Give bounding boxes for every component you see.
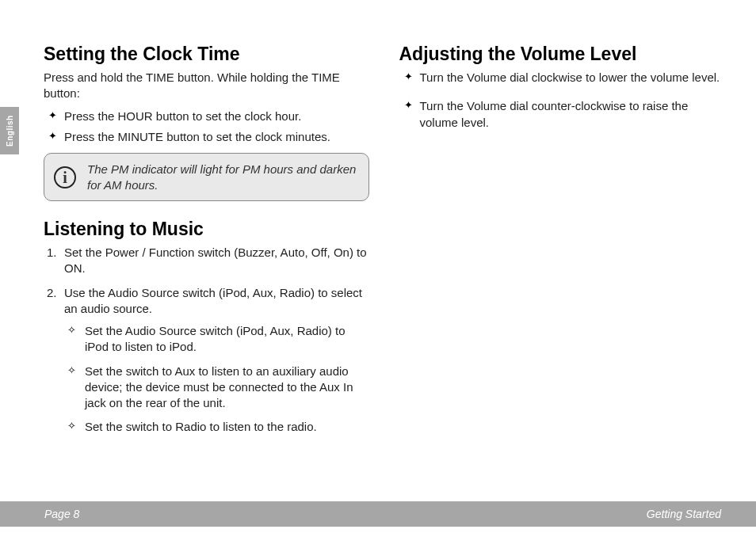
list-item: Turn the Volume dial counter-clockwise t… <box>399 98 725 131</box>
info-icon: i <box>54 166 76 188</box>
page-content: Setting the Clock Time Press and hold th… <box>44 44 724 489</box>
info-note: i The PM indicator will light for PM hou… <box>44 153 369 201</box>
heading-music: Listening to Music <box>44 219 369 240</box>
clock-intro: Press and hold the TIME button. While ho… <box>44 70 369 102</box>
list-item: Set the Power / Function switch (Buzzer,… <box>44 245 369 277</box>
step-text: Use the Audio Source switch (iPod, Aux, … <box>64 286 362 315</box>
list-item: Turn the Volume dial clockwise to lower … <box>399 70 725 86</box>
language-tab: English <box>0 107 19 154</box>
list-item: Set the switch to Radio to listen to the… <box>64 419 369 435</box>
left-column: Setting the Clock Time Press and hold th… <box>44 44 369 489</box>
music-subs: Set the Audio Source switch (iPod, Aux, … <box>64 323 369 436</box>
list-item: Set the switch to Aux to listen to an au… <box>64 364 369 412</box>
section-name: Getting Started <box>647 508 721 520</box>
heading-clock: Setting the Clock Time <box>44 44 369 65</box>
volume-bullets: Turn the Volume dial clockwise to lower … <box>399 70 725 131</box>
heading-volume: Adjusting the Volume Level <box>399 44 725 65</box>
page-number: Page 8 <box>44 508 79 520</box>
music-steps: Set the Power / Function switch (Buzzer,… <box>44 245 369 436</box>
list-item: Press the HOUR button to set the clock h… <box>44 109 369 124</box>
note-text: The PM indicator will light for PM hours… <box>87 162 357 192</box>
list-item: Set the Audio Source switch (iPod, Aux, … <box>64 323 369 356</box>
right-column: Adjusting the Volume Level Turn the Volu… <box>399 44 725 489</box>
clock-bullets: Press the HOUR button to set the clock h… <box>44 109 369 146</box>
page-footer: Page 8 Getting Started <box>0 501 756 527</box>
list-item: Use the Audio Source switch (iPod, Aux, … <box>44 285 369 436</box>
list-item: Press the MINUTE button to set the clock… <box>44 129 369 145</box>
